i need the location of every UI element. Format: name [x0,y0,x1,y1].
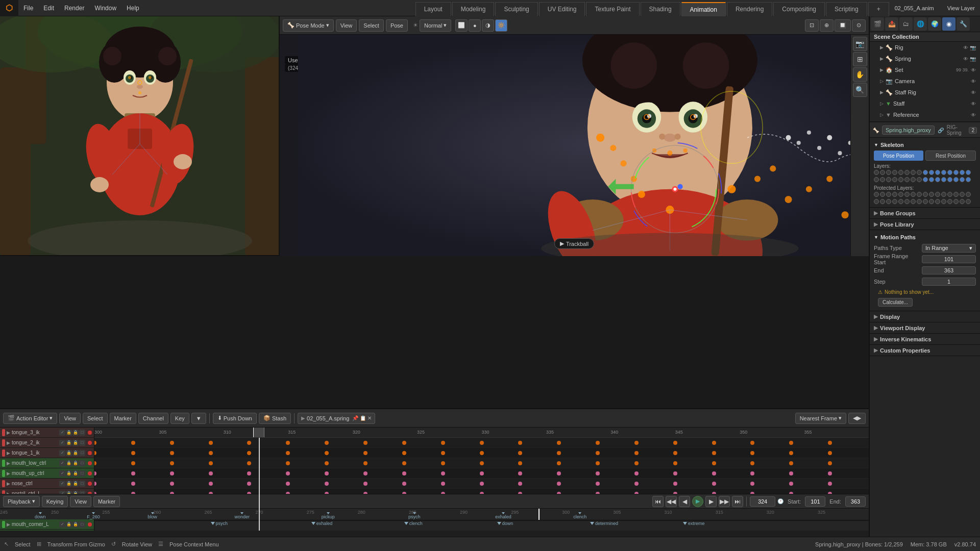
kf-dot-0-75[interactable] [673,441,677,445]
kf-dot-1-55[interactable] [518,451,522,455]
menu-render[interactable]: Render [59,0,89,16]
kf-dot-0-40[interactable] [402,441,406,445]
kf-dot-3-95[interactable] [828,471,832,475]
tl-channel-menu[interactable]: Channel [138,413,168,424]
layer-dot-9[interactable] [929,192,934,197]
layer-dot-6[interactable] [911,170,916,175]
channel-row-9[interactable]: ▶mouth_corner_L✓🔒🔒□ [0,519,94,530]
end-frame-input[interactable]: 363 [845,496,866,507]
layer-dot-0[interactable] [874,177,879,182]
playback-mode-btn[interactable]: Playback ▾ [3,496,40,507]
channel-expand-3[interactable]: ▶ [7,461,10,466]
layer-dot-2[interactable] [886,177,891,182]
layer-dot-7[interactable] [917,199,922,204]
layer-dot-2[interactable] [886,170,891,175]
pose-menu-btn[interactable]: Pose [386,19,408,32]
layer-dot-15[interactable] [966,177,971,182]
layer-dot-1[interactable] [880,192,885,197]
render-props-icon[interactable]: 🎬 [871,17,884,31]
kf-dot-2-50[interactable] [480,461,484,465]
layer-dot-11[interactable] [941,177,946,182]
ch-icon-3-0[interactable]: ✓ [59,460,65,466]
layer-dot-9[interactable] [929,199,934,204]
layer-dot-13[interactable] [953,170,959,175]
kf-dot-3-80[interactable] [712,471,716,475]
staff-rig-eye-icon[interactable]: 👁 [971,90,976,95]
frame-range-start-input[interactable]: 101 [922,255,976,263]
tab-layout[interactable]: Layout [415,2,451,16]
kf-dot-1-85[interactable] [750,451,754,455]
kf-dot-3-60[interactable] [557,471,561,475]
world-props-icon[interactable]: 🌍 [928,17,941,31]
kf-dot-0-5[interactable] [131,441,135,445]
layer-dot-8[interactable] [923,192,928,197]
kf-dot-4-10[interactable] [170,482,174,486]
kf-dot-2-80[interactable] [712,461,716,465]
layer-dot-3[interactable] [892,199,897,204]
tab-texture-paint[interactable]: Texture Paint [586,2,639,16]
kf-dot-3-5[interactable] [131,471,135,475]
ch-icon-4-3[interactable]: □ [79,470,85,477]
ch-icon-5-3[interactable]: □ [79,481,85,487]
kf-dot-0-35[interactable] [363,441,368,445]
kf-dot-4-55[interactable] [518,482,522,486]
kf-dot-1-95[interactable] [828,451,832,455]
ch-icon-3-1[interactable]: 🔒 [66,460,72,466]
layer-dot-7[interactable] [917,170,922,175]
layer-dot-3[interactable] [892,192,897,197]
kf-dot-0-70[interactable] [634,441,639,445]
menu-window[interactable]: Window [89,0,121,16]
ch-icon-5-1[interactable]: 🔒 [66,481,72,487]
scene-item-rig[interactable]: ▶ 🦴 Rig 👁 📷 [870,42,980,53]
kf-dot-4-25[interactable] [286,482,290,486]
kf-dot-0-0[interactable] [94,441,96,445]
layer-dot-7[interactable] [917,177,922,182]
ch-icon-2-3[interactable]: □ [79,450,85,456]
ch-icon-4-0[interactable]: ✓ [59,470,65,477]
kf-dot-1-15[interactable] [209,451,213,455]
kf-dot-4-30[interactable] [325,482,329,486]
gizmo-btn[interactable]: ⊕ [820,19,834,32]
layer-dot-0[interactable] [874,170,879,175]
layer-dot-11[interactable] [941,199,946,204]
tl-select-menu[interactable]: Select [83,413,108,424]
lookdev-btn[interactable]: ◑ [482,19,494,32]
tab-sculpting[interactable]: Sculpting [495,2,537,16]
layer-dot-12[interactable] [947,192,952,197]
kf-dot-3-30[interactable] [325,471,329,475]
tl-marker-menu[interactable]: Marker [110,413,136,424]
layer-dot-0[interactable] [874,199,879,204]
overlay-btn[interactable]: ⊡ [805,19,819,32]
kf-dot-2-25[interactable] [286,461,290,465]
jump-end-btn[interactable]: ⏭ [732,496,743,507]
custom-properties-section[interactable]: ▶ Custom Properties [870,345,980,356]
kf-dot-1-70[interactable] [634,451,639,455]
layer-dot-11[interactable] [941,170,946,175]
camera-icon[interactable]: 📷 [853,37,867,51]
layer-dot-14[interactable] [960,192,965,197]
kf-dot-2-75[interactable] [673,461,677,465]
ch-icon-5-2[interactable]: 🔒 [72,481,79,487]
kf-dot-1-35[interactable] [363,451,368,455]
layer-dot-15[interactable] [966,192,971,197]
ch-icon-0-0[interactable]: ✓ [59,430,65,436]
menu-edit[interactable]: Edit [38,0,59,16]
push-down-btn[interactable]: ⬇ Push Down [213,413,257,424]
view-menu-btn[interactable]: View [336,19,357,32]
current-frame-input[interactable]: 324 [750,496,775,507]
tab-animation[interactable]: Animation [681,2,726,16]
layer-dot-8[interactable] [923,177,928,182]
ch-icon-4-2[interactable]: 🔒 [72,470,79,477]
layer-dot-5[interactable] [904,177,910,182]
layer-dot-2[interactable] [886,199,891,204]
layer-dot-6[interactable] [911,177,916,182]
layer-dot-0[interactable] [874,192,879,197]
spring-eye-icon[interactable]: 👁 [963,56,968,62]
kf-dot-2-65[interactable] [596,461,600,465]
keying-btn[interactable]: Keying [42,496,68,507]
stash-btn[interactable]: 📦 Stash [259,413,291,424]
layer-dot-9[interactable] [929,170,934,175]
kf-dot-2-40[interactable] [402,461,406,465]
kf-dot-0-20[interactable] [247,441,251,445]
kf-dot-0-90[interactable] [789,441,793,445]
